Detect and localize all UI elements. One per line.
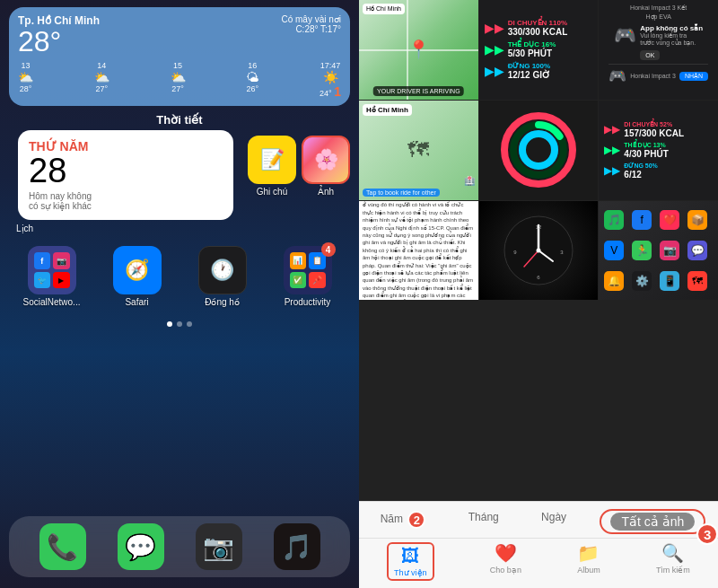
dock-camera[interactable]: 📷	[196, 523, 242, 570]
photo-cell-notif: Honkai Impact 3 Kết Hợp EVA 🎮 App không …	[599, 0, 718, 100]
tab-nav-search[interactable]: 🔍 Tìm kiếm	[656, 542, 690, 581]
photo-cell-map2: Hồ Chí Minh 🗺 Tap to book ride for other…	[359, 101, 478, 200]
photo-cell-map: YOUR DRIVER IS ARRIVING Hồ Chí Minh 📍	[359, 0, 478, 100]
clock-app-icon: 🕐	[198, 246, 247, 294]
productivity-folder-label: Productivity	[285, 297, 331, 307]
safari-app-icon: 🧭	[113, 246, 162, 294]
day-label: 14	[94, 61, 109, 70]
album-icon: 📁	[577, 542, 600, 564]
tab-nav-library[interactable]: 🖼 Thư viện	[394, 546, 427, 577]
svg-point-5	[522, 134, 555, 166]
photo-cell-rings	[479, 101, 599, 200]
tabs-top-row: Năm 2 Tháng Ngày Tất cả ảnh 3	[359, 502, 718, 538]
cal-label: Lịch	[16, 224, 359, 233]
cal-note: Hôm nay khôngcó sự kiện khác	[29, 191, 223, 211]
weather-widget: Tp. Hồ Chí Minh 28° Có mây vài nơi C:28°…	[9, 7, 350, 106]
day-label: 13	[18, 61, 33, 70]
day-label: 17:47	[320, 61, 341, 70]
cho-ban-icon: ❤️	[495, 542, 517, 564]
svg-text:12: 12	[536, 224, 542, 230]
library-tab-box: 🖼 Thư viện	[387, 542, 434, 581]
social-folder-label: SocialNetwo...	[23, 297, 81, 307]
weather-temp: 28°	[18, 27, 100, 56]
notes-app-icon[interactable]: 📝	[248, 136, 296, 184]
dock-messages[interactable]: 💬	[118, 523, 164, 570]
album-label: Album	[577, 566, 600, 575]
photo-cell-fitness: ▶▶ DI CHUYỂN 110% 330/300 KCAL ▶▶ THỂ DỤ…	[479, 0, 599, 100]
photo-grid: YOUR DRIVER IS ARRIVING Hồ Chí Minh 📍 ▶▶…	[359, 0, 718, 501]
cal-day-num: 28	[29, 154, 223, 188]
step2-badge: 2	[407, 511, 425, 529]
social-folder-item[interactable]: f 📷 🐦 ▶ SocialNetwo...	[20, 246, 84, 307]
social-folder-icon: f 📷 🐦 ▶	[28, 246, 76, 294]
photos-app-label: Ảnh	[318, 187, 334, 197]
photo-cell-watch: 12 3 6 9	[479, 201, 599, 301]
search-icon: 🔍	[661, 542, 684, 564]
tab-nam[interactable]: Năm 2	[372, 509, 435, 534]
safari-app-label: Safari	[125, 297, 148, 307]
cho-ban-label: Cho bạn	[490, 566, 521, 575]
weather-days: 13⛅28° 14⛅27° 15⛅27° 16🌤26° 17:47☀️24° 1	[18, 61, 341, 99]
tab-nav-album[interactable]: 📁 Album	[577, 542, 600, 581]
app-grid-row2: f 📷 🐦 ▶ SocialNetwo... 🧭 Safari 🕐 Đồng h…	[0, 239, 359, 314]
weather-range: C:28° T:17°	[281, 24, 341, 34]
search-label: Tìm kiếm	[656, 566, 690, 575]
tat-ca-anh-button[interactable]: Tất cả ảnh	[610, 513, 695, 531]
dock-spotify[interactable]: 🎵	[274, 523, 320, 570]
library-icon: 🖼	[401, 546, 419, 566]
svg-point-10	[536, 248, 540, 252]
clock-app-label: Đồng hồ	[205, 297, 240, 307]
tab-nav-cho-ban[interactable]: ❤️ Cho bạn	[490, 542, 521, 581]
productivity-folder-icon: 📊 📋 ✅ 📌 4	[284, 246, 332, 294]
productivity-badge: 4	[321, 242, 336, 257]
dock-phone[interactable]: 📞	[39, 523, 86, 570]
page-dots	[0, 321, 359, 327]
photos-app-icon[interactable]: 🌸	[302, 136, 350, 184]
day-label: 15	[171, 61, 186, 70]
tab-thang[interactable]: Tháng	[460, 509, 508, 534]
day-label: 16	[246, 61, 258, 70]
photo-cell-appicons: 🎵 f ❤️ 📦 V 🏃 📷 💬 🔔 ⚙️ 📱 🗺	[599, 201, 718, 301]
left-panel: Tp. Hồ Chí Minh 28° Có mây vài nơi C:28°…	[0, 0, 359, 588]
bottom-tabs: Năm 2 Tháng Ngày Tất cả ảnh 3 🖼	[359, 501, 718, 588]
right-panel: YOUR DRIVER IS ARRIVING Hồ Chí Minh 📍 ▶▶…	[359, 0, 718, 588]
tat-ca-anh-box: Tất cả ảnh	[600, 509, 705, 534]
notes-app-label: Ghi chú	[257, 187, 287, 197]
photo-cell-fitness2: ▶▶ DI CHUYỂN 52% 157/300 KCAL ▶▶ THỂ DỤC…	[599, 101, 718, 200]
section-label: Thời tiết	[0, 113, 359, 127]
tab-tat-ca-anh-wrapper: Tất cả ảnh 3	[600, 509, 705, 534]
calendar-widget: THỨ NĂM 28 Hôm nay khôngcó sự kiện khác	[18, 130, 233, 220]
clock-app-item[interactable]: 🕐 Đồng hồ	[190, 246, 255, 307]
library-label: Thư viện	[394, 568, 427, 577]
tab-ngay[interactable]: Ngày	[532, 509, 575, 534]
tabs-bottom-row[interactable]: 🖼 Thư viện ❤️ Cho bạn 📁 Album 🔍 Tìm kiếm	[359, 538, 718, 588]
weather-condition: Có mây vài nơi	[281, 14, 341, 24]
productivity-folder-item[interactable]: 📊 📋 ✅ 📌 4 Productivity	[276, 246, 340, 307]
safari-app-item[interactable]: 🧭 Safari	[105, 246, 170, 307]
photo-cell-article: Từ đầu năm đến nay, theo luật sư Hoàn có…	[359, 201, 478, 301]
dock: 📞 💬 📷 🎵	[9, 516, 350, 577]
library-tab-wrapper: 🖼 Thư viện	[387, 542, 434, 581]
step3-badge: 3	[696, 523, 718, 545]
